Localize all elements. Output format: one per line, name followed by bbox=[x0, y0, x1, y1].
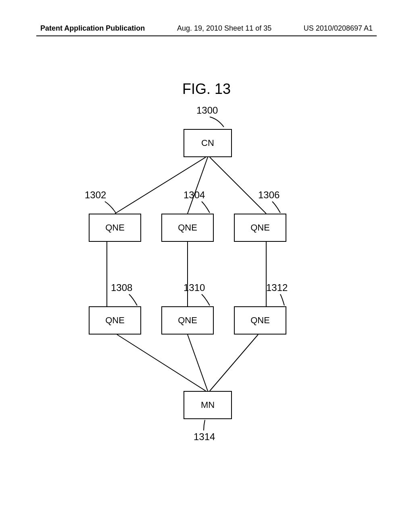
page-header: Patent Application Publication Aug. 19, … bbox=[0, 24, 413, 33]
node-qne-1306-label: QNE bbox=[250, 222, 270, 233]
node-qne-1308: QNE bbox=[89, 306, 141, 335]
diagram-container: 1300 1302 1304 1306 1308 1310 1312 1314 … bbox=[0, 109, 413, 431]
figure-title: FIG. 13 bbox=[0, 81, 413, 98]
header-publication-type: Patent Application Publication bbox=[40, 24, 145, 33]
node-cn-label: CN bbox=[201, 138, 214, 148]
svg-line-8 bbox=[210, 335, 258, 391]
node-qne-1312-label: QNE bbox=[250, 315, 270, 326]
node-qne-1310-label: QNE bbox=[178, 315, 197, 326]
node-cn: CN bbox=[184, 129, 232, 157]
reference-number-qne2: 1304 bbox=[184, 189, 205, 201]
node-qne-1306: QNE bbox=[234, 214, 286, 242]
node-qne-1302: QNE bbox=[89, 214, 141, 242]
node-qne-1312: QNE bbox=[234, 306, 286, 335]
node-qne-1310: QNE bbox=[161, 306, 214, 335]
svg-line-6 bbox=[117, 335, 206, 391]
node-mn-label: MN bbox=[201, 400, 215, 410]
node-qne-1304: QNE bbox=[161, 214, 214, 242]
reference-number-qne6: 1312 bbox=[266, 282, 288, 293]
svg-line-7 bbox=[188, 335, 208, 391]
node-qne-1304-label: QNE bbox=[178, 222, 197, 233]
diagram-connector-lines bbox=[0, 109, 413, 431]
reference-number-mn: 1314 bbox=[194, 431, 215, 443]
svg-line-2 bbox=[210, 157, 266, 214]
node-qne-1308-label: QNE bbox=[105, 315, 125, 326]
header-publication-number: US 2010/0208697 A1 bbox=[304, 24, 373, 33]
node-mn: MN bbox=[184, 391, 232, 419]
header-divider bbox=[36, 35, 377, 36]
node-qne-1302-label: QNE bbox=[105, 222, 125, 233]
svg-line-0 bbox=[115, 157, 206, 214]
reference-number-qne3: 1306 bbox=[258, 189, 280, 201]
header-date-sheet: Aug. 19, 2010 Sheet 11 of 35 bbox=[177, 24, 271, 33]
reference-number-qne1: 1302 bbox=[85, 189, 106, 201]
reference-number-cn: 1300 bbox=[196, 105, 218, 116]
reference-number-qne5: 1310 bbox=[184, 282, 205, 293]
reference-number-qne4: 1308 bbox=[111, 282, 132, 293]
